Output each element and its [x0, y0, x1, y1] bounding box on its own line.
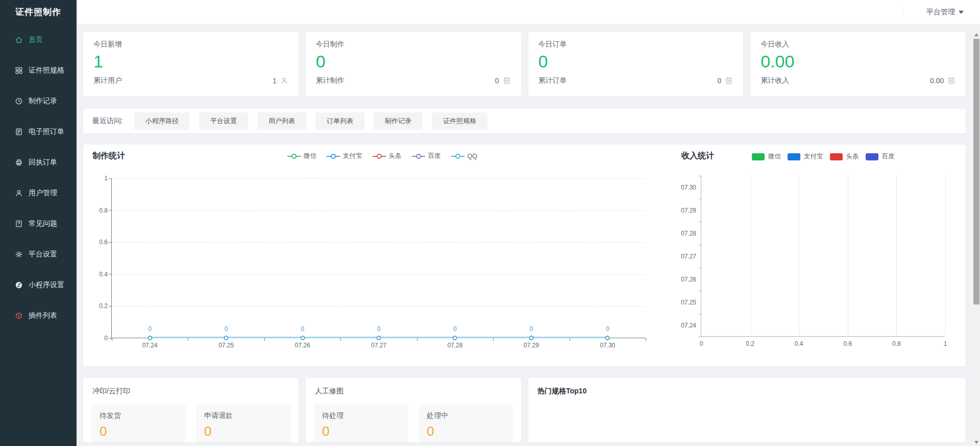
- x-axis-tick-label: 0.4: [795, 340, 803, 347]
- y-axis-tick-label: 0.2: [88, 302, 108, 310]
- sidebar-item-5[interactable]: 用户管理: [0, 178, 77, 208]
- sidebar-item-4[interactable]: 回执订单: [0, 147, 77, 178]
- y-axis-tick: [698, 199, 701, 199]
- legend-item-QQ[interactable]: QQ: [451, 153, 477, 160]
- sub-stat-value: 0: [100, 424, 178, 439]
- income-chart-legend: 微信支付宝头条百度: [752, 152, 895, 161]
- clipboard-icon: [725, 77, 733, 85]
- stat-today-value: 0: [316, 51, 511, 72]
- recent-link-3[interactable]: 订单列表: [315, 112, 364, 130]
- y-axis-tick: [698, 245, 701, 245]
- y-axis-tick: [698, 222, 701, 222]
- data-point: [453, 336, 457, 340]
- y-axis-category-label: 07.28: [673, 230, 696, 237]
- gridline: [945, 176, 946, 336]
- production-chart-legend: 微信支付宝头条百度QQ: [287, 152, 477, 160]
- stat-total-label: 累计订单: [538, 76, 567, 85]
- sidebar-item-2[interactable]: 制作记录: [0, 86, 77, 116]
- sidebar-item-6[interactable]: 常见问题: [0, 208, 77, 239]
- x-axis-tick-label: 07.30: [600, 342, 615, 349]
- legend-item-支付宝[interactable]: 支付宝: [327, 152, 362, 160]
- recent-link-1[interactable]: 平台设置: [199, 112, 248, 130]
- data-point: [224, 336, 229, 340]
- x-axis-tick-label: 0.8: [892, 340, 901, 347]
- data-point-label: 0: [148, 325, 152, 333]
- stat-today-label: 今日制作: [316, 40, 511, 49]
- recent-link-0[interactable]: 小程序路径: [134, 112, 190, 130]
- sidebar-item-8[interactable]: 小程序设置: [0, 270, 77, 300]
- sub-stat-label: 待发货: [100, 411, 178, 420]
- legend-item-微信[interactable]: 微信: [752, 152, 781, 161]
- sidebar-item-1[interactable]: 证件照规格: [0, 55, 77, 86]
- stat-total-row: 累计制作0: [316, 76, 511, 85]
- stat-total-label: 累计收入: [761, 76, 789, 85]
- x-axis-tick-label: 07.28: [447, 342, 462, 349]
- recent-link-4[interactable]: 制作记录: [374, 112, 423, 130]
- legend-item-支付宝[interactable]: 支付宝: [788, 152, 823, 161]
- legend-label: 支付宝: [804, 152, 823, 161]
- sub-stat-box: 处理中0: [419, 405, 513, 442]
- x-axis-tick-label: 07.29: [524, 342, 539, 349]
- line-legend-marker: [327, 154, 340, 159]
- clipboard-icon: [503, 77, 511, 85]
- user-menu-dropdown[interactable]: 平台管理: [926, 0, 964, 24]
- clipboard-icon: [947, 77, 955, 85]
- sidebar-item-label: 常见问题: [29, 219, 57, 228]
- sub-boxes: 待处理0处理中0: [314, 405, 513, 442]
- x-axis-tick-label: 0.2: [746, 340, 754, 347]
- legend-label: 头条: [389, 152, 402, 160]
- legend-item-百度[interactable]: 百度: [412, 152, 441, 160]
- x-axis-tick-label: 0: [700, 340, 703, 347]
- stat-card-0: 今日新增1累计用户1: [83, 32, 299, 97]
- plugin-icon: [14, 312, 23, 320]
- y-axis-tick: [698, 268, 701, 268]
- x-axis-tick-label: 07.27: [371, 342, 386, 349]
- sidebar-item-7[interactable]: 平台设置: [0, 239, 77, 270]
- gridline: [112, 242, 645, 243]
- sub-stat-value: 0: [322, 424, 400, 439]
- sidebar-item-label: 回执订单: [29, 158, 57, 167]
- scrollbar-thumb[interactable]: [973, 39, 979, 304]
- bottom-card-title: 冲印/云打印: [83, 378, 299, 396]
- sidebar-nav: 首页证件照规格制作记录电子照订单回执订单用户管理常见问题平台设置小程序设置插件列…: [0, 25, 77, 331]
- gridline: [799, 176, 799, 336]
- data-point: [529, 336, 533, 340]
- scrollbar-up-icon[interactable]: [974, 33, 978, 36]
- vertical-scrollbar[interactable]: [973, 31, 980, 446]
- sidebar-item-3[interactable]: 电子照订单: [0, 116, 77, 147]
- sidebar-item-0[interactable]: 首页: [0, 25, 77, 55]
- gridline: [896, 176, 897, 336]
- data-point-label: 0: [225, 325, 228, 333]
- chevron-down-icon: [959, 11, 964, 14]
- legend-item-微信[interactable]: 微信: [287, 152, 316, 160]
- stat-today-label: 今日收入: [761, 40, 955, 49]
- y-axis-tick: [698, 176, 701, 176]
- legend-item-头条[interactable]: 头条: [830, 152, 859, 161]
- legend-swatch: [752, 153, 765, 160]
- y-axis-category-label: 07.24: [673, 322, 696, 329]
- legend-label: 百度: [882, 152, 895, 161]
- stat-total-row: 累计订单0: [538, 76, 733, 85]
- recent-link-5[interactable]: 证件照规格: [432, 112, 487, 130]
- sub-stat-value: 0: [427, 424, 505, 439]
- stat-today-value: 1: [93, 51, 288, 72]
- stat-total-row: 累计收入0.00: [761, 76, 955, 85]
- recent-link-2[interactable]: 用户列表: [257, 112, 306, 130]
- legend-item-头条[interactable]: 头条: [373, 152, 402, 160]
- clock-icon: [14, 97, 23, 106]
- recent-visits-links: 小程序路径平台设置用户列表订单列表制作记录证件照规格: [134, 112, 497, 130]
- y-axis-tick: [109, 242, 112, 243]
- income-bar-chart: 07.3007.2907.2807.2707.2607.2507.2400.20…: [701, 176, 945, 337]
- stat-card-3: 今日收入0.00累计收入0.00: [750, 32, 966, 97]
- legend-item-百度[interactable]: 百度: [866, 152, 895, 161]
- legend-circle: [377, 154, 382, 159]
- eorder-icon: [14, 128, 23, 136]
- bottom-card-title: 热门规格Top10: [528, 378, 966, 396]
- stat-cards-row: 今日新增1累计用户1今日制作0累计制作0今日订单0累计订单0今日收入0.00累计…: [83, 32, 966, 97]
- scrollbar-down-icon[interactable]: [974, 441, 978, 444]
- y-axis-category-label: 07.27: [673, 253, 696, 260]
- y-axis-tick: [698, 337, 701, 337]
- stat-today-value: 0: [538, 51, 733, 72]
- legend-label: 百度: [428, 152, 441, 160]
- sidebar-item-9[interactable]: 插件列表: [0, 300, 77, 331]
